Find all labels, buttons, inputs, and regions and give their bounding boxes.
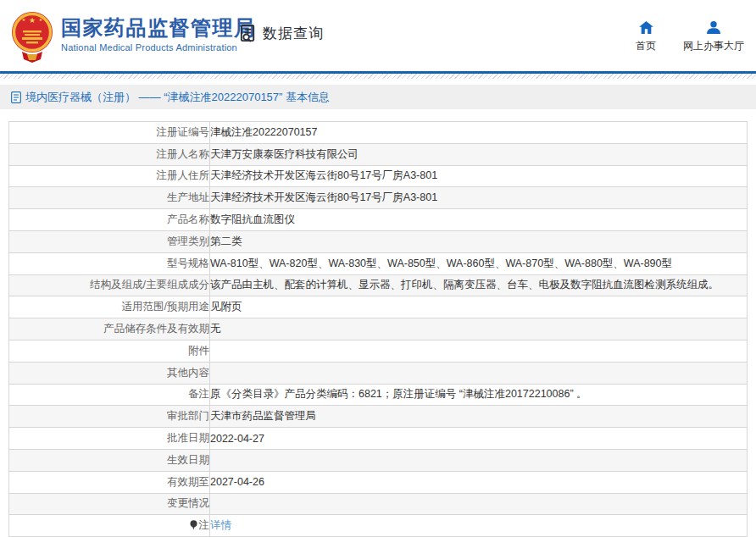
field-value: 天津经济技术开发区海云街80号17号厂房A3-801 [210,165,748,187]
field-value [210,493,748,515]
nav-service-hall-label: 网上办事大厅 [683,39,744,53]
field-label: 产品储存条件及有效期 [9,318,210,340]
national-emblem-logo: ★ ★ ★ [10,10,54,64]
field-value: 津械注准20222070157 [210,122,748,144]
field-label: 批准日期 [9,428,210,450]
registration-info-table: 注册证编号 津械注准20222070157 注册人名称 天津万安康泰医疗科技有限… [8,121,748,537]
field-value: 天津万安康泰医疗科技有限公司 [210,143,748,165]
table-row: 注册证编号 津械注准20222070157 [9,122,748,144]
field-value: 2027-04-26 [210,471,748,493]
nav-service-hall[interactable]: 网上办事大厅 [683,21,744,53]
table-row: 产品储存条件及有效期 无 [9,318,748,340]
org-title-block: 国家药品监督管理局 National Medical Products Admi… [61,17,256,53]
field-value: 天津市药品监督管理局 [210,406,748,428]
svg-text:★: ★ [39,17,43,22]
table-row: 备注 原《分类目录》产品分类编码：6821；原注册证编号 “津械注准201722… [9,384,748,406]
table-row: 产品名称 数字阻抗血流图仪 [9,209,748,231]
field-value: 原《分类目录》产品分类编码：6821；原注册证编号 “津械注准201722100… [210,384,748,406]
table-row: 注册人名称 天津万安康泰医疗科技有限公司 [9,143,748,165]
table-row: 注册人住所 天津经济技术开发区海云街80号17号厂房A3-801 [9,165,748,187]
table-row: 管理类别 第二类 [9,230,748,252]
document-icon [11,91,21,103]
field-label: 其他内容 [9,362,210,384]
table-row: 有效期至 2027-04-26 [9,471,748,493]
svg-text:★: ★ [29,16,36,25]
field-label: 生效日期 [9,449,210,471]
org-name-zh: 国家药品监督管理局 [61,17,256,39]
org-name-en: National Medical Products Administration [61,42,256,53]
field-label: 注 [9,515,210,537]
field-label: 产品名称 [9,209,210,231]
field-label: 有效期至 [9,471,210,493]
table-row: 生产地址 天津经济技术开发区海云街80号17号厂房A3-801 [9,187,748,209]
field-value: 该产品由主机、配套的计算机、显示器、打印机、隔离变压器、台车、电极及数字阻抗血流… [210,274,748,296]
person-icon [707,21,720,34]
field-label: 变更情况 [9,493,210,515]
breadcrumb: 境内医疗器械（注册） —— “津械注准20222070157” 基本信息 [0,85,756,109]
table-row: 审批部门 天津市药品监督管理局 [9,406,748,428]
table-row: 附件 [9,340,748,362]
table-row: 适用范围/预期用途 见附页 [9,296,748,318]
field-value: 第二类 [210,230,748,252]
document-search-icon [238,24,258,43]
field-value: 数字阻抗血流图仪 [210,209,748,231]
details-link[interactable]: 详情 [210,519,231,531]
note-label: 注 [199,519,210,531]
field-value: 详情 [210,515,748,537]
field-value: 天津经济技术开发区海云街80号17号厂房A3-801 [210,187,748,209]
field-label: 生产地址 [9,187,210,209]
breadcrumb-title: 境内医疗器械（注册） —— “津械注准20222070157” 基本信息 [25,90,330,105]
table-row: 生效日期 [9,449,748,471]
top-right-nav: 首页 网上办事大厅 [636,21,744,53]
field-value: 见附页 [210,296,748,318]
field-value [210,449,748,471]
data-query-label: 数据查询 [263,24,324,43]
field-label: 注册证编号 [9,122,210,144]
field-value [210,340,748,362]
field-label: 注册人住所 [9,165,210,187]
table-row: 其他内容 [9,362,748,384]
table-row: 变更情况 [9,493,748,515]
field-label: 附件 [9,340,210,362]
table-row: 注 详情 [9,515,748,537]
nav-home-label: 首页 [636,39,656,53]
table-row: 型号规格 WA-810型、WA-820型、WA-830型、WA-850型、WA-… [9,252,748,274]
field-label: 管理类别 [9,230,210,252]
field-value: WA-810型、WA-820型、WA-830型、WA-850型、WA-860型、… [210,252,748,274]
home-icon [639,21,653,34]
field-value [210,362,748,384]
field-value: 无 [210,318,748,340]
table-row: 结构及组成/主要组成成分 该产品由主机、配套的计算机、显示器、打印机、隔离变压器… [9,274,748,296]
field-label: 备注 [9,384,210,406]
field-label: 注册人名称 [9,143,210,165]
nav-data-query[interactable]: 数据查询 [238,24,324,43]
field-label: 适用范围/预期用途 [9,296,210,318]
field-value: 2022-04-27 [210,428,748,450]
site-header: ★ ★ ★ 国家药品监督管理局 National Medical Product… [0,0,756,71]
balloon-icon [190,520,197,530]
hatch-pattern-band [0,74,756,79]
field-label: 型号规格 [9,252,210,274]
svg-text:★: ★ [22,17,26,22]
field-label: 审批部门 [9,406,210,428]
field-label: 结构及组成/主要组成成分 [9,274,210,296]
nav-home[interactable]: 首页 [636,21,656,53]
table-row: 批准日期 2022-04-27 [9,428,748,450]
